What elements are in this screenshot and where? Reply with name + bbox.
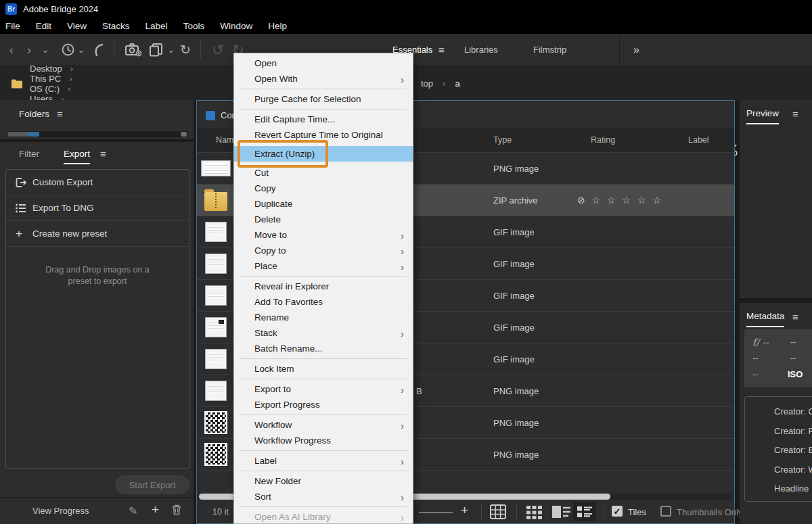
list-view-button-active[interactable] [573,502,596,521]
breadcrumb-item[interactable]: This PC [30,74,61,84]
name-fragment: B [416,386,422,396]
context-menu-item[interactable]: › [240,276,407,277]
trash-icon[interactable] [172,504,181,515]
context-menu-item[interactable]: Edit Capture Time... › [234,112,413,127]
context-menu-item[interactable]: Lock Item › [234,361,413,377]
preview-panel-title[interactable]: Preview [746,108,779,124]
metadata-panel-title[interactable]: Metadata [746,311,784,327]
grid-lock-view-icon[interactable] [490,504,506,519]
breadcrumb-item[interactable]: OS (C:) [30,84,60,94]
context-menu-item[interactable]: Export to › [234,381,413,397]
context-menu-item[interactable]: Sort › [234,489,413,504]
context-menu-item[interactable]: Move to › [234,227,413,243]
essentials-tab-menu-icon[interactable]: ≡ [438,34,445,66]
context-menu-item[interactable]: Revert Capture Time to Original › [234,127,413,143]
column-header-label[interactable]: Label [688,135,709,145]
menubar-item[interactable]: File [5,21,20,31]
context-menu-item[interactable]: Batch Rename... › [234,341,413,356]
context-menu-item[interactable]: › [240,471,407,471]
start-export-button[interactable]: Start Export [115,475,189,494]
menubar-item[interactable]: Edit [36,21,51,31]
context-menu-item[interactable]: Stack › [234,325,413,341]
context-menu-item[interactable]: Add To Favorites › [234,294,413,310]
thumbnails-only-label[interactable]: Thumbnails Only [677,507,743,517]
menubar-item[interactable]: Tools [183,21,205,31]
context-menu-item[interactable]: Duplicate › [234,196,413,212]
context-menu-item[interactable]: Open With › [234,71,413,87]
preset-export-to-dng[interactable]: Export To DNG [6,195,189,221]
rating-stars[interactable]: ⊘ ☆ ☆ ☆ ☆ ☆ [577,195,663,206]
context-menu-item[interactable]: Rename › [234,310,413,325]
context-menu-item[interactable]: New Folder › [234,473,413,489]
context-menu-item[interactable]: Place › [234,258,413,274]
edit-pencil-icon[interactable]: ✎ [129,504,137,517]
context-menu-item[interactable]: Export Progress › [234,397,413,412]
preset-custom-export[interactable]: Custom Export [6,170,189,195]
scrollbar-end-cap[interactable] [181,132,187,137]
context-menu-item[interactable]: Copy to › [234,243,413,258]
context-menu-item[interactable]: Label › [234,453,413,469]
folders-horizontal-scrollbar[interactable] [6,131,188,137]
recent-chevron-icon[interactable]: ⌄ [76,34,86,66]
breadcrumb-item[interactable]: top [421,78,433,89]
context-menu-item[interactable]: Reveal in Explorer › [234,279,413,294]
context-menu-item[interactable]: Purge Cache for Selection › [234,91,413,107]
preset-create-new[interactable]: + Create new preset [6,221,189,247]
content-select-checkbox[interactable] [206,111,215,120]
menubar-item[interactable]: Help [268,21,287,31]
tiles-checkbox[interactable]: ✓ [612,506,623,517]
context-menu-item[interactable]: Open As AI Library › [234,509,413,524]
undo-button[interactable]: ↺ [210,34,226,66]
get-photos-camera-icon[interactable] [125,34,142,66]
thumbnail-size-slider[interactable] [419,512,453,513]
tab-libraries[interactable]: Libraries [464,34,498,66]
batch-files-icon[interactable] [148,34,165,66]
menubar-item[interactable]: Label [145,21,168,31]
context-menu-item[interactable]: Extract (Unzip) › [234,146,413,162]
menubar-item[interactable]: View [67,21,87,31]
menubar-item[interactable]: Stacks [102,21,130,31]
preview-panel-menu-icon[interactable]: ≡ [792,108,798,120]
batch-chevron-icon[interactable]: ⌄ [166,34,176,66]
tab-filmstrip[interactable]: Filmstrip [533,34,566,66]
context-menu-item[interactable]: Cut › [234,165,413,181]
tab-export[interactable]: Export [64,149,90,164]
workspace-overflow-button[interactable]: » [633,34,639,66]
context-menu-item[interactable]: › [240,379,407,379]
context-menu-item[interactable]: › [240,358,407,359]
tab-filter[interactable]: Filter [19,149,39,159]
forward-button[interactable]: › [22,34,37,66]
context-menu-item[interactable]: › [240,89,407,89]
context-menu-item[interactable]: › [240,414,407,415]
details-view-icon[interactable] [552,506,570,518]
thumbnail-view-icon[interactable] [526,504,542,519]
context-menu-item[interactable]: Workflow Progress › [234,433,413,448]
tiles-checkbox-label[interactable]: Tiles [628,507,646,517]
folders-panel-menu-icon[interactable]: ≡ [57,108,63,120]
refresh-icon[interactable]: ↻ [177,34,194,66]
breadcrumb-item[interactable]: Desktop [30,64,62,74]
menubar-item[interactable]: Window [220,21,252,31]
zoom-in-icon[interactable]: + [461,503,468,518]
context-menu-item[interactable]: Delete › [234,212,413,227]
metadata-panel-menu-icon[interactable]: ≡ [792,311,798,323]
recent-history-icon[interactable] [60,34,76,66]
context-menu-item[interactable]: Open › [234,55,413,71]
thumbnails-only-checkbox[interactable] [660,506,671,517]
context-menu-item[interactable]: Workflow › [234,417,413,433]
column-header-type[interactable]: Type [493,135,512,145]
folders-panel-title[interactable]: Folders [19,109,49,119]
view-progress-link[interactable]: View Progress [32,506,89,516]
export-panel-menu-icon[interactable]: ≡ [100,148,106,160]
add-preset-icon[interactable]: + [152,502,159,517]
boomerang-icon[interactable] [92,34,106,66]
context-menu-item[interactable]: Copy › [234,181,413,196]
scrollbar-thumb[interactable] [7,132,29,137]
context-menu-item[interactable]: › [240,450,407,451]
context-menu-item[interactable]: › [240,506,407,507]
nav-dropdown-chevron-icon[interactable]: ⌄ [39,34,51,66]
breadcrumb-current-item[interactable]: a [455,78,459,89]
column-header-rating[interactable]: Rating [591,135,615,145]
back-button[interactable]: ‹ [4,34,19,66]
context-menu-item[interactable]: › [240,109,407,110]
